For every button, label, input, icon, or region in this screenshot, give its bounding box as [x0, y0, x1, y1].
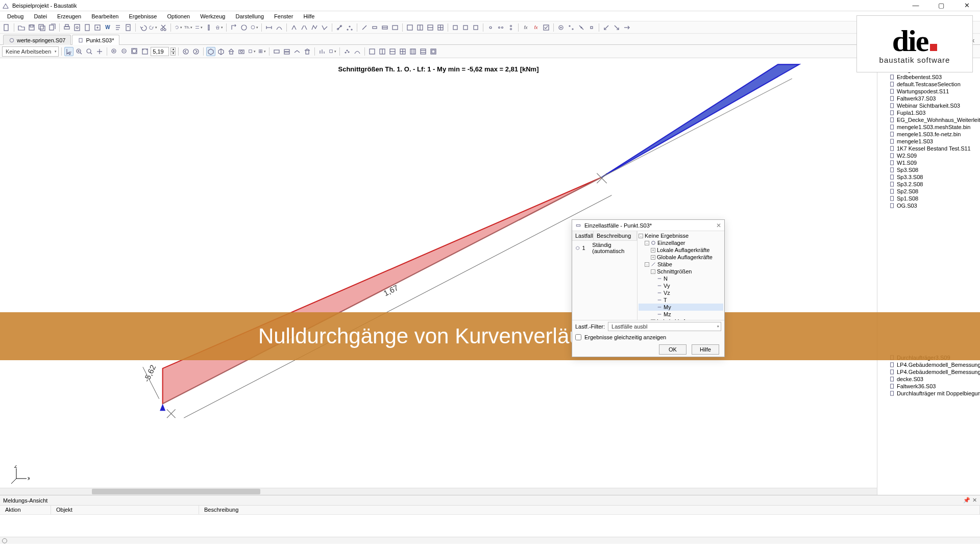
- split1-icon[interactable]: [368, 47, 377, 56]
- minimize-button[interactable]: —: [908, 2, 924, 9]
- paint1-icon[interactable]: [451, 23, 460, 32]
- rotate-icon[interactable]: [174, 23, 183, 32]
- file-item[interactable]: Sp1.S08: [877, 195, 980, 202]
- snap2-icon[interactable]: [567, 23, 576, 32]
- layer4-icon[interactable]: [303, 47, 312, 56]
- file-item[interactable]: Sp2.S08: [877, 188, 980, 195]
- menu-ergebnisse[interactable]: Ergebnisse: [124, 12, 162, 20]
- report-icon[interactable]: [124, 23, 133, 32]
- file-item[interactable]: W2.S09: [877, 152, 980, 159]
- workplane-combo[interactable]: Keine Arbeitseben: [2, 46, 59, 57]
- view3-icon[interactable]: [426, 23, 435, 32]
- maximize-button[interactable]: ▢: [933, 2, 949, 9]
- fx2-icon[interactable]: fx: [531, 23, 541, 32]
- file-item[interactable]: default.TestcaseSelection: [877, 81, 980, 88]
- dialog-titlebar[interactable]: Einzellastfälle - Punkt.S03* ✕: [572, 220, 724, 231]
- menu-darstellung[interactable]: Darstellung: [230, 12, 269, 20]
- th-icon[interactable]: Th.: [184, 23, 193, 32]
- horizontal-scrollbar[interactable]: [0, 488, 877, 495]
- layer2-icon[interactable]: [282, 47, 291, 56]
- cut-icon[interactable]: [159, 23, 168, 32]
- zoomin-icon[interactable]: [110, 47, 119, 56]
- text-icon[interactable]: [113, 23, 122, 32]
- tree-my[interactable]: My: [639, 304, 723, 311]
- calc-icon[interactable]: [229, 23, 238, 32]
- point2-icon[interactable]: [496, 23, 505, 32]
- arrow3-icon[interactable]: [622, 23, 631, 32]
- house-icon[interactable]: [214, 23, 224, 32]
- snap3-icon[interactable]: [577, 23, 586, 32]
- menu-bearbeiten[interactable]: Bearbeiten: [86, 12, 124, 20]
- scatter-icon[interactable]: [342, 47, 352, 56]
- drawing-canvas[interactable]: Schnittgrößen Th. 1. O. - Lf: 1 - My min…: [0, 58, 877, 495]
- tree-staebe[interactable]: -Stäbe: [639, 261, 723, 268]
- file-item[interactable]: Faltwerk36.S03: [877, 383, 980, 390]
- file-item[interactable]: Wartungspodest.S11: [877, 88, 980, 95]
- mesh2-icon[interactable]: [300, 23, 309, 32]
- point1-icon[interactable]: [486, 23, 495, 32]
- tree-n[interactable]: N: [639, 275, 723, 282]
- tab-punkt[interactable]: Punkt.S03*: [72, 35, 119, 45]
- col-beschreibung[interactable]: Beschreibung: [199, 506, 980, 514]
- file-item[interactable]: mengele1.S03: [877, 138, 980, 145]
- file-item[interactable]: EG_Decke_Wohnhaus_Weiterleitung.S0: [877, 116, 980, 123]
- file-item[interactable]: Sp3.S08: [877, 166, 980, 173]
- file-item[interactable]: 1K7 Kessel Bestand Test.S11: [877, 145, 980, 152]
- pencil-icon[interactable]: [360, 23, 369, 32]
- split7-icon[interactable]: [429, 47, 438, 56]
- file-item[interactable]: Erdbebentest.S03: [877, 73, 980, 81]
- file-item[interactable]: LP4.Gebäudemodell_Bemessungsmode: [877, 361, 980, 368]
- nodes-icon[interactable]: [345, 23, 354, 32]
- col-beschreibung[interactable]: Beschreibung: [594, 231, 637, 240]
- node-icon[interactable]: [335, 23, 344, 32]
- iso-icon[interactable]: [206, 47, 215, 56]
- file-item[interactable]: Webinar Sichtbarkeit.S03: [877, 102, 980, 109]
- level-icon[interactable]: [194, 23, 203, 32]
- tab-werte-springen[interactable]: werte-springen.S07: [3, 35, 71, 45]
- menu-hilfe[interactable]: Hilfe: [298, 12, 320, 20]
- message-close-icon[interactable]: ✕: [972, 497, 977, 504]
- globe-icon[interactable]: [239, 23, 249, 32]
- zoom-value-input[interactable]: [151, 47, 169, 56]
- col-objekt[interactable]: Objekt: [51, 506, 199, 514]
- undo-icon[interactable]: [138, 23, 148, 32]
- split4-icon[interactable]: [398, 47, 407, 56]
- nav-back-icon[interactable]: [181, 47, 190, 56]
- split3-icon[interactable]: [388, 47, 397, 56]
- copyproj-icon[interactable]: [47, 23, 57, 32]
- layer3-icon[interactable]: [292, 47, 302, 56]
- home-icon[interactable]: [227, 47, 236, 56]
- nav-fwd-icon[interactable]: [191, 47, 201, 56]
- mesh3-icon[interactable]: [310, 23, 319, 32]
- arrow1-icon[interactable]: [602, 23, 611, 32]
- paint3-icon[interactable]: [471, 23, 480, 32]
- menu-erzeugen[interactable]: Erzeugen: [52, 12, 86, 20]
- zoom-extents-icon[interactable]: [85, 47, 94, 56]
- page-icon[interactable]: [83, 23, 92, 32]
- zoomall-icon[interactable]: [130, 47, 139, 56]
- menu-datei[interactable]: Datei: [29, 12, 52, 20]
- file-item[interactable]: Durchlaufträger mit Doppelbiegung1.S: [877, 390, 980, 397]
- ok-button[interactable]: OK: [659, 344, 687, 355]
- mesh1-icon[interactable]: [289, 23, 299, 32]
- file-item[interactable]: Sp3.3.S08: [877, 173, 980, 181]
- bar3-icon[interactable]: [390, 23, 400, 32]
- file-item[interactable]: Faltwerk37.S03: [877, 95, 980, 102]
- view2-icon[interactable]: [415, 23, 425, 32]
- new-icon[interactable]: [2, 23, 11, 32]
- zoom-spinner[interactable]: ▴▾: [170, 47, 176, 56]
- check-icon[interactable]: [542, 23, 551, 32]
- file-item[interactable]: mengele1.S03.fe-netz.bin: [877, 131, 980, 138]
- persp-icon[interactable]: [216, 47, 226, 56]
- bar2-icon[interactable]: [380, 23, 389, 32]
- export-icon[interactable]: [93, 23, 102, 32]
- menu-debug[interactable]: Debug: [2, 12, 29, 20]
- point3-icon[interactable]: [506, 23, 516, 32]
- col-lastfall[interactable]: Lastfall: [572, 231, 594, 240]
- tree-mz[interactable]: Mz: [639, 311, 723, 318]
- file-item[interactable]: OG.S03: [877, 202, 980, 209]
- file-item[interactable]: LP4.Gebäudemodell_Bemessungsmode: [877, 368, 980, 375]
- word-icon[interactable]: W: [103, 23, 112, 32]
- loadcase-dialog[interactable]: Einzellastfälle - Punkt.S03* ✕ Lastfall …: [572, 219, 725, 357]
- tree-vz[interactable]: Vz: [639, 289, 723, 296]
